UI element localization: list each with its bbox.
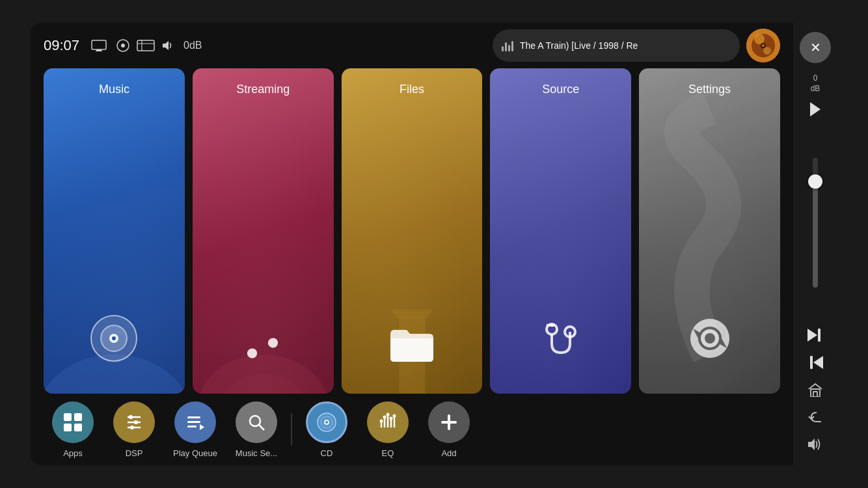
- eq-icon-circle: [367, 401, 409, 443]
- speaker-sidebar-icon: [807, 437, 824, 452]
- prev-icon: [807, 355, 824, 370]
- bottom-item-play-queue[interactable]: Play Queue: [166, 401, 224, 458]
- svg-point-62: [390, 416, 393, 420]
- svg-rect-46: [187, 426, 197, 427]
- bottom-item-dsp[interactable]: DSP: [105, 401, 163, 458]
- tile-source-label: Source: [542, 83, 579, 96]
- svg-rect-72: [813, 392, 817, 397]
- cd-icon-circle: [306, 401, 347, 443]
- volume-db-display: 0dB: [811, 74, 821, 94]
- home-icon: [807, 383, 823, 397]
- play-queue-icon: [185, 412, 206, 433]
- svg-marker-47: [200, 424, 204, 430]
- clock: 09:07: [44, 37, 79, 54]
- tile-settings-label: Settings: [688, 83, 731, 96]
- back-button[interactable]: [802, 405, 828, 429]
- svg-point-42: [134, 420, 138, 424]
- svg-rect-44: [187, 416, 200, 418]
- home-button[interactable]: [802, 378, 828, 401]
- svg-rect-1: [96, 49, 102, 51]
- eq-icon: [377, 412, 398, 433]
- svg-rect-0: [92, 40, 106, 49]
- screen-icon: [91, 40, 109, 51]
- play-queue-label: Play Queue: [173, 448, 217, 458]
- svg-marker-73: [808, 439, 815, 450]
- svg-point-33: [705, 333, 715, 344]
- speaker-button[interactable]: [802, 433, 828, 456]
- svg-point-53: [325, 421, 328, 424]
- network-icon: [137, 39, 155, 52]
- volume-display: 0dB: [183, 40, 202, 51]
- svg-marker-69: [813, 356, 823, 369]
- cd-label: CD: [321, 448, 333, 458]
- music-search-icon-circle: [236, 401, 277, 443]
- apps-grid-icon: [62, 412, 83, 433]
- tile-streaming-label: Streaming: [236, 83, 290, 96]
- svg-line-49: [259, 425, 264, 430]
- now-playing-bar[interactable]: The A Train) [Live / 1998 / Re: [493, 29, 740, 62]
- album-art-svg: [746, 29, 780, 62]
- svg-point-48: [250, 416, 260, 426]
- bottom-item-apps[interactable]: Apps: [44, 401, 102, 458]
- play-button[interactable]: [802, 98, 828, 121]
- svg-rect-31: [551, 324, 553, 327]
- gear-icon: [684, 312, 736, 364]
- svg-point-61: [387, 413, 390, 416]
- dsp-label: DSP: [126, 448, 143, 458]
- svg-rect-30: [547, 324, 549, 327]
- svg-marker-8: [163, 41, 169, 50]
- now-playing-text: The A Train) [Live / 1998 / Re: [520, 40, 638, 51]
- top-bar: 09:07: [31, 23, 793, 68]
- music-note-icon: [239, 316, 288, 364]
- bottom-item-eq[interactable]: EQ: [359, 401, 417, 458]
- add-icon-circle: [428, 401, 470, 443]
- volume-thumb[interactable]: [808, 174, 822, 189]
- svg-rect-34: [64, 413, 72, 421]
- dsp-sliders-icon: [124, 412, 144, 433]
- apps-label: Apps: [63, 448, 83, 458]
- tile-settings[interactable]: Settings: [639, 68, 780, 394]
- svg-rect-45: [187, 421, 200, 423]
- bottom-item-music-search[interactable]: Music Se...: [227, 401, 286, 458]
- svg-rect-35: [74, 413, 82, 421]
- svg-point-63: [393, 414, 396, 417]
- close-button[interactable]: ✕: [800, 32, 831, 63]
- svg-rect-2: [96, 51, 102, 51]
- main-container: 09:07: [31, 23, 837, 465]
- tile-music[interactable]: Music: [44, 68, 185, 394]
- play-icon: [809, 102, 822, 117]
- volume-track: [813, 157, 818, 288]
- svg-marker-67: [807, 329, 817, 342]
- album-art[interactable]: [746, 29, 780, 62]
- svg-point-18: [112, 336, 116, 340]
- volume-fill: [813, 183, 818, 288]
- svg-point-43: [130, 426, 134, 429]
- folder-icon: [387, 322, 436, 364]
- bottom-item-add[interactable]: Add: [420, 401, 478, 458]
- tile-source[interactable]: Source: [490, 68, 631, 394]
- right-sidebar: ✕ 0dB: [793, 23, 837, 465]
- record-icon: [116, 38, 130, 53]
- next-icon: [807, 328, 824, 342]
- tile-files-label: Files: [400, 83, 424, 96]
- svg-point-14: [762, 44, 765, 47]
- search-icon: [246, 412, 267, 433]
- tile-files[interactable]: Files: [342, 68, 483, 394]
- music-disc-icon: [88, 312, 140, 364]
- svg-rect-36: [64, 424, 72, 431]
- prev-button[interactable]: [802, 351, 828, 374]
- svg-rect-65: [441, 421, 457, 424]
- svg-point-60: [383, 415, 387, 418]
- next-button[interactable]: [802, 323, 828, 347]
- eq-label: EQ: [382, 448, 394, 458]
- tile-streaming[interactable]: Streaming: [193, 68, 334, 394]
- svg-point-4: [121, 44, 125, 47]
- speaker-icon: [161, 40, 174, 51]
- bottom-bar: Apps DSP: [31, 394, 793, 465]
- volume-slider[interactable]: [813, 125, 818, 319]
- svg-rect-71: [811, 389, 820, 397]
- bottom-item-cd[interactable]: CD: [297, 401, 356, 458]
- svg-marker-66: [810, 102, 821, 116]
- svg-rect-24: [392, 309, 431, 314]
- svg-point-11: [754, 34, 765, 44]
